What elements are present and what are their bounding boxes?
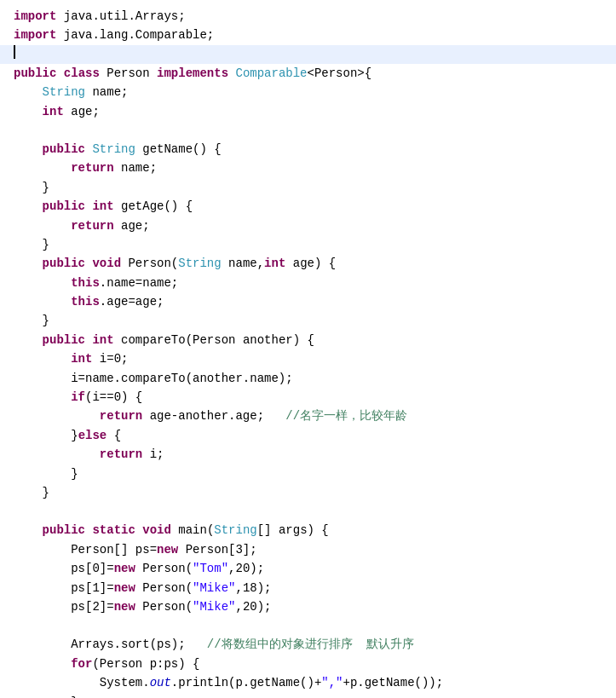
line-16: this.age=age; <box>0 292 616 311</box>
line-30: ps[0]=new Person("Tom",20); <box>0 559 616 578</box>
line-36: System.out.println(p.getName()+","+p.get… <box>0 673 616 692</box>
line-17: } <box>0 311 616 330</box>
line-5: String name; <box>0 83 616 101</box>
line-23: }else { <box>0 426 616 445</box>
line-1: import java.util.Arrays; <box>0 7 616 26</box>
line-7 <box>0 121 616 140</box>
line-20: i=name.compareTo(another.name); <box>0 369 616 388</box>
line-37: } <box>0 693 616 699</box>
line-22: return age-another.age; //名字一样，比较年龄 <box>0 407 616 425</box>
line-32: ps[2]=new Person("Mike",20); <box>0 597 616 616</box>
line-35: for(Person p:ps) { <box>0 655 616 673</box>
line-29: Person[] ps=new Person[3]; <box>0 540 616 559</box>
line-3 <box>0 45 616 64</box>
line-21: if(i==0) { <box>0 388 616 407</box>
line-10: } <box>0 178 616 197</box>
line-19: int i=0; <box>0 349 616 368</box>
line-14: public void Person(String name,int age) … <box>0 254 616 273</box>
line-27 <box>0 502 616 521</box>
line-11: public int getAge() { <box>0 197 616 216</box>
line-33 <box>0 616 616 635</box>
line-31: ps[1]=new Person("Mike",18); <box>0 579 616 597</box>
line-34: Arrays.sort(ps); //将数组中的对象进行排序 默认升序 <box>0 635 616 654</box>
line-12: return age; <box>0 216 616 235</box>
line-2: import java.lang.Comparable; <box>0 26 616 44</box>
line-26: } <box>0 483 616 502</box>
line-9: return name; <box>0 159 616 177</box>
line-25: } <box>0 464 616 483</box>
line-4: public class Person implements Comparabl… <box>0 64 616 83</box>
line-13: } <box>0 235 616 254</box>
code-window: import java.util.Arrays; import java.lan… <box>0 0 616 698</box>
line-6: int age; <box>0 102 616 121</box>
line-8: public String getName() { <box>0 140 616 159</box>
line-24: return i; <box>0 445 616 464</box>
line-18: public int compareTo(Person another) { <box>0 331 616 349</box>
line-15: this.name=name; <box>0 274 616 292</box>
code-area: import java.util.Arrays; import java.lan… <box>0 0 616 698</box>
line-28: public static void main(String[] args) { <box>0 521 616 539</box>
